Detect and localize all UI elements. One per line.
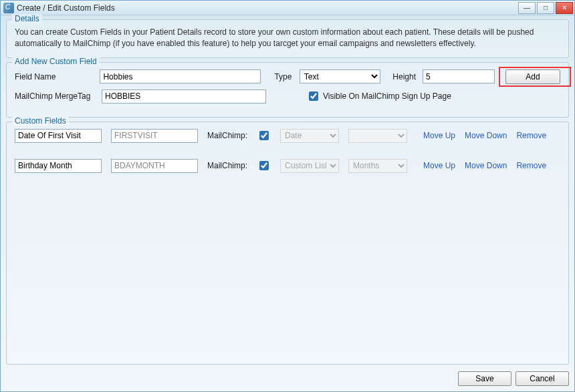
height-input[interactable] xyxy=(423,69,495,83)
maximize-button[interactable]: □ xyxy=(537,2,554,14)
add-button[interactable]: Add xyxy=(505,69,560,84)
window: Create / Edit Custom Fields — □ ✕ Detail… xyxy=(0,0,575,392)
details-text: You can create Custom Fields in your Pat… xyxy=(15,27,560,49)
type-select[interactable]: Text xyxy=(300,69,380,83)
details-group: Details You can create Custom Fields in … xyxy=(6,19,569,58)
cf-movedown-0[interactable]: Move Down xyxy=(465,131,507,140)
window-title: Create / Edit Custom Fields xyxy=(17,3,518,13)
visible-label: Visible On MailChimp Sign Up Page xyxy=(323,91,451,101)
save-button[interactable]: Save xyxy=(458,371,511,386)
footer: Save Cancel xyxy=(6,369,569,386)
cf-remove-1[interactable]: Remove xyxy=(516,161,546,170)
close-button[interactable]: ✕ xyxy=(556,2,573,14)
custom-field-row-0: MailChimp: Date Move Up Move Down Remove xyxy=(15,129,560,143)
custom-fields-legend: Custom Fields xyxy=(12,116,69,126)
field-name-label: Field Name xyxy=(15,72,93,81)
visible-checkbox-wrap: Visible On MailChimp Sign Up Page xyxy=(306,89,451,103)
cf-mc-checkbox-1[interactable] xyxy=(259,161,269,170)
add-new-row-1: Field Name Type Text Height Add xyxy=(15,69,560,84)
app-icon xyxy=(3,3,14,13)
cf-mc-label-0: MailChimp: xyxy=(207,131,247,140)
cancel-button[interactable]: Cancel xyxy=(515,371,569,386)
cf-name-input-0[interactable] xyxy=(15,129,102,143)
cf-mc-label-1: MailChimp: xyxy=(207,161,247,170)
cf-mc-checkbox-0[interactable] xyxy=(259,131,269,140)
cf-movedown-1[interactable]: Move Down xyxy=(465,161,507,170)
add-new-row-2: MailChimp MergeTag Visible On MailChimp … xyxy=(15,89,560,104)
titlebar: Create / Edit Custom Fields — □ ✕ xyxy=(1,1,574,15)
details-legend: Details xyxy=(12,14,42,23)
cf-name-input-1[interactable] xyxy=(15,159,102,173)
cf-mergetag-1 xyxy=(111,159,198,173)
add-new-legend: Add New Custom Field xyxy=(12,57,100,66)
cf-extra-select-1: Months xyxy=(348,159,407,173)
cf-type-select-1: Custom List xyxy=(280,159,339,173)
cf-type-select-0: Date xyxy=(280,129,339,143)
window-buttons: — □ ✕ xyxy=(518,2,573,14)
visible-checkbox[interactable] xyxy=(309,91,318,101)
content: Details You can create Custom Fields in … xyxy=(1,15,574,391)
add-new-group: Add New Custom Field Field Name Type Tex… xyxy=(6,62,569,118)
cf-moveup-1[interactable]: Move Up xyxy=(423,161,455,170)
custom-field-row-1: MailChimp: Custom List Months Move Up Mo… xyxy=(15,159,560,173)
height-label: Height xyxy=(392,72,416,81)
field-name-input[interactable] xyxy=(100,69,261,83)
mergetag-label: MailChimp MergeTag xyxy=(15,91,95,101)
cf-remove-0[interactable]: Remove xyxy=(516,131,546,140)
minimize-button[interactable]: — xyxy=(518,2,536,14)
cf-mergetag-0 xyxy=(111,129,198,143)
custom-fields-group: Custom Fields MailChimp: Date Move Up Mo… xyxy=(6,122,569,365)
type-label: Type xyxy=(274,72,292,81)
cf-moveup-0[interactable]: Move Up xyxy=(423,131,455,140)
mergetag-input[interactable] xyxy=(102,89,266,104)
cf-extra-select-0 xyxy=(348,129,407,143)
